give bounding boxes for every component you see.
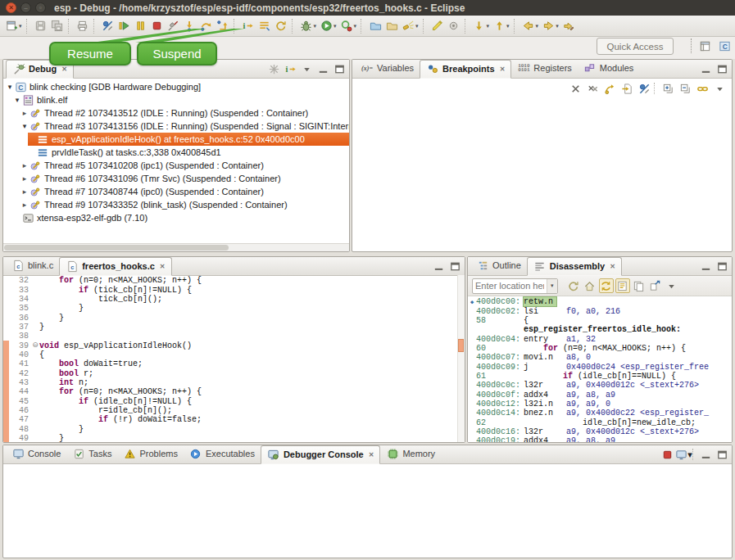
code-line[interactable]: 41 ⊖ bool doWait=true;: [3, 359, 465, 368]
toolbar-button[interactable]: ▾: [361, 19, 365, 34]
location-combo[interactable]: ▾: [472, 278, 558, 294]
tab-breakpoints[interactable]: Breakpoints ✕: [420, 60, 511, 79]
skip-all-breakpoints-button[interactable]: ▾: [100, 17, 116, 34]
open-new-view-button[interactable]: [632, 278, 647, 293]
previous-annotation-button[interactable]: ▾: [491, 17, 511, 34]
code-line[interactable]: 42 ⊖ bool r;: [3, 368, 465, 377]
fold-marker-icon[interactable]: ⊖: [31, 341, 39, 350]
dropdown-arrow-icon[interactable]: ▾: [314, 23, 317, 29]
tab-console[interactable]: Console ✕: [6, 445, 66, 463]
tree-row[interactable]: ▸ Thread #7 1073408744 (ipc0) (Suspended…: [3, 185, 349, 198]
maximize-button[interactable]: [332, 61, 347, 76]
tab-disassembly[interactable]: Disassembly ✕: [527, 257, 622, 276]
code-line[interactable]: 39 ⊖ void esp_vApplicationIdleHook(): [3, 341, 465, 350]
minimize-button[interactable]: [698, 61, 713, 76]
code-line[interactable]: 43 ⊖ int n;: [3, 378, 465, 387]
view-menu-button[interactable]: [665, 278, 679, 293]
tab-freertos-hooks-c[interactable]: c freertos_hooks.c ✕: [59, 257, 171, 276]
dropdown-arrow-icon[interactable]: ▾: [556, 23, 559, 29]
close-tab-icon[interactable]: ✕: [369, 451, 374, 458]
tab-outline[interactable]: Outline ✕: [470, 257, 527, 274]
back-button[interactable]: ▾: [520, 17, 541, 34]
code-line[interactable]: 33 ⊖ if (tick_cb[n]!=NULL) {: [3, 285, 465, 294]
minimize-button[interactable]: [431, 259, 446, 273]
export-button[interactable]: [648, 278, 663, 293]
tree-row[interactable]: ▸ Thread #9 1073433352 (blink_task) (Sus…: [3, 198, 349, 211]
tree-row[interactable]: ▾ blink.elf: [3, 93, 349, 106]
horizontal-scrollbar[interactable]: [3, 243, 349, 251]
code-line[interactable]: 38 ⊖: [3, 332, 465, 341]
next-annotation-button[interactable]: ▾: [471, 17, 492, 34]
restart-button[interactable]: ▾: [273, 17, 289, 34]
toolbar-button[interactable]: ▾: [465, 19, 469, 34]
code-line[interactable]: 32 ⊖ for (n=0; n<MAX_HOOKS; n++) {: [3, 276, 465, 285]
instruction-stepping-mode-button[interactable]: i: [283, 61, 297, 76]
new-button[interactable]: ▾: [3, 17, 24, 34]
toolbar-button[interactable]: ▾: [514, 19, 518, 34]
annotation-button[interactable]: ▾: [446, 17, 462, 34]
code-line[interactable]: 49 ⊖ }: [3, 434, 465, 443]
view-menu-button[interactable]: [299, 61, 314, 76]
toolbar-button[interactable]: ▾: [68, 19, 72, 34]
open-element-button[interactable]: ▾: [383, 17, 400, 34]
group-by-button[interactable]: [695, 81, 710, 96]
minimize-button[interactable]: [315, 61, 330, 76]
breakpoints-toolbar-button[interactable]: [654, 83, 658, 94]
close-tab-icon[interactable]: ✕: [160, 263, 166, 270]
expand-all-button[interactable]: [660, 81, 675, 96]
save-all-button[interactable]: ▾: [49, 17, 66, 34]
show-source-button[interactable]: [615, 278, 630, 293]
minimize-button[interactable]: ▾: [698, 447, 713, 462]
tree-row[interactable]: ▸ Thread #5 1073410208 (ipc1) (Suspended…: [3, 159, 349, 172]
toolbar-button[interactable]: ▾: [93, 19, 98, 34]
dropdown-arrow-icon[interactable]: ▾: [354, 23, 357, 29]
remove-breakpoint-button[interactable]: [568, 81, 583, 96]
tree-row[interactable]: ▾ C blink checking [GDB Hardware Debuggi…: [3, 80, 349, 93]
use-step-filters-button[interactable]: ▾: [256, 17, 273, 34]
maximize-button[interactable]: [447, 259, 462, 273]
show-breakpoints-for-button[interactable]: [602, 81, 617, 96]
run-button[interactable]: ▾: [318, 17, 338, 34]
code-line[interactable]: 47 ⊖ if (!r) doWait=false;: [3, 415, 465, 424]
maximize-button[interactable]: [715, 61, 729, 76]
open-console-button[interactable]: ▾: [367, 17, 383, 34]
close-tab-icon[interactable]: ✕: [500, 65, 506, 73]
toggle-mark-occurrences-button[interactable]: ▾: [429, 17, 446, 34]
code-line[interactable]: 35 ⊖ }: [3, 304, 465, 313]
terminate-button[interactable]: ▾: [660, 447, 674, 462]
code-line[interactable]: 34 ⊖ tick_cb[n]();: [3, 295, 465, 304]
code-line[interactable]: 37 ⊖ }: [3, 323, 465, 332]
dropdown-arrow-icon[interactable]: ▾: [487, 23, 490, 29]
tree-row[interactable]: prvIdleTask() at tasks.c:3,338 0x400845d…: [3, 146, 349, 159]
tree-row[interactable]: esp_vApplicationIdleHook() at freertos_h…: [3, 133, 349, 146]
save-button[interactable]: ▾: [33, 17, 49, 34]
window-maximize-button[interactable]: ▫: [35, 2, 46, 13]
tree-row[interactable]: xtensa-esp32-elf-gdb (7.10): [3, 211, 349, 224]
toolbar-button[interactable]: ▾: [423, 19, 427, 34]
minimize-button[interactable]: [698, 259, 713, 273]
suspend-button[interactable]: ▾: [133, 17, 149, 34]
tab-tasks[interactable]: Tasks ✕: [66, 445, 117, 463]
tab-memory[interactable]: Memory ✕: [380, 445, 441, 463]
tab-debugger-console[interactable]: Debugger Console ✕: [261, 445, 381, 464]
location-input[interactable]: [473, 281, 547, 291]
change-marker[interactable]: [458, 339, 464, 352]
tree-row[interactable]: ▾ Thread #3 1073413156 (IDLE : Running) …: [3, 120, 349, 133]
tree-row[interactable]: ▸ Thread #2 1073413512 (IDLE : Running) …: [3, 106, 349, 120]
toolbar-button[interactable]: ▾: [26, 19, 30, 34]
maximize-button[interactable]: ▾: [715, 447, 729, 462]
open-perspective-button[interactable]: [696, 37, 714, 55]
dropdown-arrow-icon[interactable]: ▾: [415, 23, 419, 29]
cpp-perspective-button[interactable]: C: [715, 37, 733, 55]
tab-problems[interactable]: Problems ✕: [117, 445, 183, 463]
code-line[interactable]: 46 ⊖ r=idle_cb[n]();: [3, 406, 465, 415]
close-tab-icon[interactable]: ✕: [610, 263, 615, 270]
overview-ruler[interactable]: [457, 275, 465, 442]
toolbar-button[interactable]: ▾: [234, 19, 238, 34]
remove-all-terminated-button[interactable]: [266, 61, 281, 76]
maximize-button[interactable]: [715, 259, 729, 273]
close-tab-icon[interactable]: ✕: [61, 65, 67, 73]
profile-button[interactable]: ▾: [338, 17, 359, 34]
goto-file-for-breakpoint-button[interactable]: [619, 81, 634, 96]
console-toolbar-button[interactable]: ▾: [692, 449, 696, 460]
